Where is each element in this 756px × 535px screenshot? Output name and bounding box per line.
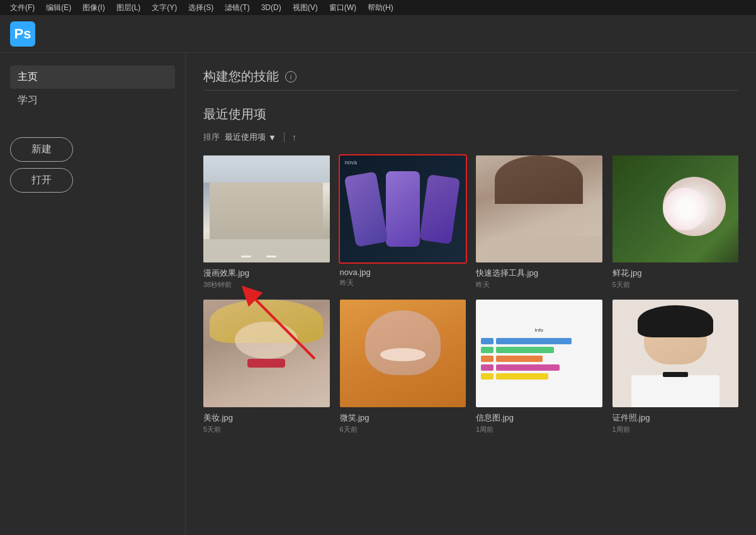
file-thumb-2	[476, 155, 602, 262]
file-thumb-5	[340, 300, 466, 407]
file-item-2[interactable]: 快速选择工具.jpg 昨天	[476, 155, 602, 290]
file-thumb-6: Info	[476, 300, 602, 407]
file-item-3[interactable]: 鲜花.jpg 5天前	[612, 155, 739, 290]
infographic-image: Info	[476, 300, 602, 407]
sort-direction-icon[interactable]: ↑	[292, 132, 296, 142]
menu-layer[interactable]: 图层(L)	[111, 1, 146, 14]
sort-chevron-icon: ▼	[268, 133, 276, 142]
file-item-6[interactable]: Info	[476, 300, 602, 434]
file-item-0[interactable]: 漫画效果.jpg 38秒钟前	[203, 155, 330, 290]
sort-label: 排序	[203, 132, 220, 143]
titlebar: Ps	[0, 15, 756, 53]
build-skills-row: 构建您的技能 i	[203, 68, 738, 85]
sort-divider	[284, 132, 285, 142]
file-name-7: 证件照.jpg	[612, 412, 739, 424]
file-name-6: 信息图.jpg	[476, 412, 602, 424]
file-date-3: 5天前	[612, 280, 739, 290]
file-item-4[interactable]: 美妆.jpg 5天前	[203, 300, 330, 434]
divider	[203, 90, 738, 91]
file-date-4: 5天前	[203, 425, 330, 434]
sidebar-item-learn[interactable]: 学习	[10, 89, 175, 112]
file-date-1: 昨天	[340, 278, 466, 288]
menu-edit[interactable]: 编辑(E)	[41, 1, 76, 14]
sidebar-buttons: 新建 打开	[10, 137, 175, 193]
menu-text[interactable]: 文字(Y)	[147, 1, 182, 14]
phone-image: nova	[340, 155, 466, 262]
open-button[interactable]: 打开	[10, 168, 73, 193]
file-item-5[interactable]: 微笑.jpg 6天前	[340, 300, 466, 434]
sidebar-item-home[interactable]: 主页	[10, 65, 175, 89]
recent-title: 最近使用项	[203, 106, 738, 123]
ps-logo: Ps	[10, 21, 35, 47]
menu-filter[interactable]: 滤镜(T)	[220, 1, 254, 14]
file-name-2: 快速选择工具.jpg	[476, 268, 602, 279]
file-date-5: 6天前	[340, 425, 466, 434]
sort-select[interactable]: 最近使用项 ▼	[225, 132, 276, 143]
file-name-4: 美妆.jpg	[203, 412, 330, 424]
files-grid: 漫画效果.jpg 38秒钟前 nova nova.jpg 昨天	[203, 155, 738, 434]
file-name-1: nova.jpg	[340, 268, 466, 277]
menu-image[interactable]: 图像(I)	[77, 1, 110, 14]
sidebar: 主页 学习 新建 打开	[0, 53, 186, 535]
main-layout: 主页 学习 新建 打开 构建您的技能 i 最近使用项 排序 最近使用项 ▼ ↑	[0, 53, 756, 535]
file-date-0: 38秒钟前	[203, 280, 330, 290]
menu-select[interactable]: 选择(S)	[183, 1, 218, 14]
menubar: 文件(F) 编辑(E) 图像(I) 图层(L) 文字(Y) 选择(S) 滤镜(T…	[0, 0, 756, 15]
file-thumb-3	[612, 155, 739, 262]
sidebar-nav: 主页 学习	[10, 65, 175, 112]
file-item-1[interactable]: nova nova.jpg 昨天	[340, 155, 466, 290]
menu-view[interactable]: 视图(V)	[288, 1, 323, 14]
menu-help[interactable]: 帮助(H)	[363, 1, 398, 14]
new-button[interactable]: 新建	[10, 137, 73, 162]
file-thumb-0	[203, 155, 330, 262]
file-thumb-7	[612, 300, 739, 407]
file-thumb-4	[203, 300, 330, 407]
menu-window[interactable]: 窗口(W)	[324, 1, 361, 14]
file-date-2: 昨天	[476, 280, 602, 290]
content-area: 构建您的技能 i 最近使用项 排序 最近使用项 ▼ ↑	[186, 53, 756, 535]
file-name-0: 漫画效果.jpg	[203, 268, 330, 279]
file-date-6: 1周前	[476, 425, 602, 434]
menu-file[interactable]: 文件(F)	[5, 1, 40, 14]
file-date-7: 1周前	[612, 425, 739, 434]
file-thumb-1: nova	[340, 155, 466, 262]
info-icon[interactable]: i	[285, 71, 296, 82]
menu-3d[interactable]: 3D(D)	[256, 2, 286, 13]
sort-value: 最近使用项	[225, 132, 266, 143]
file-name-5: 微笑.jpg	[340, 412, 466, 424]
sort-bar: 排序 最近使用项 ▼ ↑	[203, 132, 738, 143]
build-skills-title: 构建您的技能	[203, 68, 279, 85]
file-name-3: 鲜花.jpg	[612, 268, 739, 279]
file-item-7[interactable]: 证件照.jpg 1周前	[612, 300, 739, 434]
